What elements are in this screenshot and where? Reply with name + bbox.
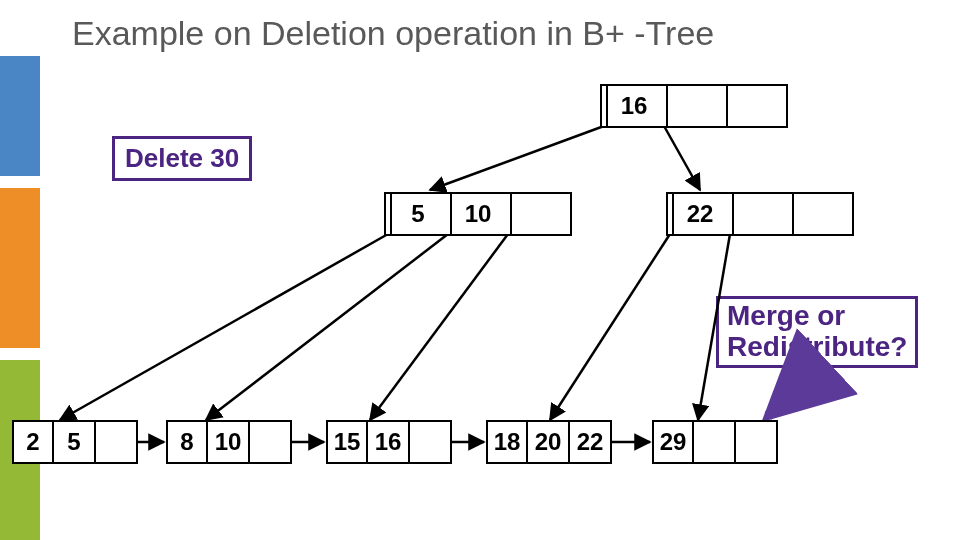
leaf-cell [410,420,452,464]
leaf-cell: 8 [166,420,208,464]
leaf-cell: 20 [528,420,570,464]
svg-line-5 [550,234,670,420]
node-ptr [444,192,452,236]
svg-line-3 [206,234,448,420]
merge-line-1: Merge or [727,301,907,332]
node-ptr [564,192,572,236]
merge-callout: Merge or Redistribute? [716,296,918,368]
sidebar-block-orange [0,188,40,348]
leaf-cell [250,420,292,464]
internal-node-left: 5 10 [384,192,572,236]
leaf-cell: 15 [326,420,368,464]
leaf-cell: 18 [486,420,528,464]
sidebar-block-white [0,176,40,188]
leaf-cell: 29 [652,420,694,464]
node-key: 16 [608,84,660,128]
sidebar-block-blue [0,56,40,176]
svg-line-2 [60,234,388,420]
root-node: 16 [600,84,788,128]
svg-line-0 [430,126,604,190]
node-key [728,84,780,128]
slide-title: Example on Deletion operation in B+ -Tre… [72,14,714,53]
leaf-cell: 2 [12,420,54,464]
node-key [734,192,786,236]
node-ptr [600,84,608,128]
decorative-sidebar [0,56,40,540]
internal-node-right: 22 [666,192,854,236]
node-key [668,84,720,128]
node-key: 10 [452,192,504,236]
leaf-node-5: 29 [652,420,778,464]
node-ptr [726,192,734,236]
leaf-cell [96,420,138,464]
svg-line-11 [768,368,820,416]
leaf-cell: 10 [208,420,250,464]
delete-callout-label: Delete 30 [115,139,249,178]
node-ptr [666,192,674,236]
node-ptr [660,84,668,128]
node-ptr [780,84,788,128]
node-key: 22 [674,192,726,236]
leaf-cell: 5 [54,420,96,464]
svg-line-4 [370,234,508,420]
leaf-cell [736,420,778,464]
node-ptr [786,192,794,236]
node-ptr [846,192,854,236]
leaf-node-1: 2 5 [12,420,138,464]
leaf-cell [694,420,736,464]
delete-callout: Delete 30 [112,136,252,181]
sidebar-block-white2 [0,348,40,360]
edges-layer [0,0,960,540]
leaf-cell: 22 [570,420,612,464]
node-key [794,192,846,236]
leaf-node-3: 15 16 [326,420,452,464]
svg-line-1 [664,126,700,190]
node-key [512,192,564,236]
leaf-cell: 16 [368,420,410,464]
node-key: 5 [392,192,444,236]
node-ptr [384,192,392,236]
leaf-node-2: 8 10 [166,420,292,464]
node-ptr [720,84,728,128]
merge-line-2: Redistribute? [727,332,907,363]
node-ptr [504,192,512,236]
leaf-node-4: 18 20 22 [486,420,612,464]
